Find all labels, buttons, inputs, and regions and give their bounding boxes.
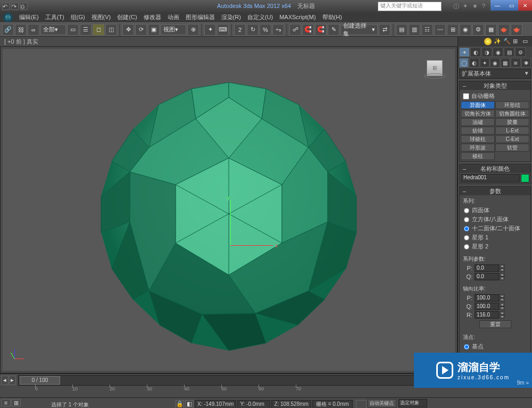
lock-icon[interactable]: 🔒 xyxy=(176,400,184,409)
time-right-icon[interactable]: ▸ xyxy=(9,376,16,385)
isolate-icon[interactable]: ◧ xyxy=(185,400,194,409)
edit-icon[interactable]: ✎ xyxy=(328,24,339,36)
coord-x[interactable]: X: -149.107mm xyxy=(195,400,236,409)
menu-modifiers[interactable]: 修改器 xyxy=(140,12,164,22)
torusknot-button[interactable]: 环形结 xyxy=(495,101,529,109)
pivot-icon[interactable]: ⊕ xyxy=(187,24,199,36)
ref-coord-select[interactable]: 视图 ▾ xyxy=(161,24,186,35)
help-search-input[interactable]: 键入关键字或短语 xyxy=(378,2,442,11)
window-maximize-button[interactable]: ▭ xyxy=(504,0,518,11)
rollout-params[interactable]: –参数 xyxy=(460,187,530,195)
hedra-button[interactable]: 异面体 xyxy=(461,101,495,109)
lext-button[interactable]: L-Ext xyxy=(495,127,529,135)
schematic-icon[interactable]: ⊞ xyxy=(447,24,459,36)
viewport[interactable]: x y 前 xyxy=(0,46,458,373)
unlink-icon[interactable]: ⛓ xyxy=(15,24,27,36)
menu-grapheditors[interactable]: 图形编辑器 xyxy=(182,12,218,22)
select-icon[interactable]: ▭ xyxy=(67,24,79,36)
display-icon[interactable]: ▭ xyxy=(522,38,530,45)
qat-icon[interactable]: ↶ xyxy=(2,3,10,10)
select-name-icon[interactable]: ☰ xyxy=(80,24,92,36)
keymode-icon[interactable]: ⌨ xyxy=(217,24,229,36)
ratio-p-spinner[interactable]: 100.0 xyxy=(475,294,499,302)
hedra-object[interactable] xyxy=(85,73,372,360)
window-close-button[interactable]: ✕ xyxy=(518,0,532,11)
auto-grid-checkbox[interactable] xyxy=(463,93,469,99)
motion-tab-icon[interactable]: ◉ xyxy=(493,47,503,57)
named-selection-select[interactable]: 创建选择集 ▾ xyxy=(340,24,378,35)
selected-objects-select[interactable]: 选定对象 xyxy=(398,399,427,407)
q-spinner[interactable]: 0.0 xyxy=(475,273,499,280)
shapes-subtab-icon[interactable]: ◐ xyxy=(469,58,479,68)
menu-create[interactable]: 创建(C) xyxy=(114,12,140,22)
snap-angle-icon[interactable]: ↻ xyxy=(247,24,259,36)
reset-button[interactable]: 重置 xyxy=(479,320,511,328)
sun-icon[interactable] xyxy=(484,38,492,45)
render-frame-icon[interactable]: ▦ xyxy=(485,24,497,36)
layers-icon[interactable]: ▥ xyxy=(409,24,420,36)
mirror-icon[interactable]: ⇄ xyxy=(379,24,390,36)
region-rect-icon[interactable]: ◻ xyxy=(93,24,104,36)
menu-group[interactable]: 组(G) xyxy=(68,12,88,22)
curve-editor-icon[interactable]: 〰 xyxy=(434,24,446,36)
gengon-button[interactable]: 球棱柱 xyxy=(461,135,495,143)
menu-tools[interactable]: 工具(T) xyxy=(42,12,68,22)
move-icon[interactable]: ✥ xyxy=(122,24,134,36)
selection-filter-select[interactable]: 全部 ▾ xyxy=(40,24,66,35)
ringwave-button[interactable]: 环形波 xyxy=(461,144,495,152)
coord-z[interactable]: Z: 108.528mm xyxy=(271,400,311,409)
hose-button[interactable]: 软管 xyxy=(495,144,529,152)
space-warps-subtab-icon[interactable]: ≋ xyxy=(511,58,520,68)
app-menu-icon[interactable]: ⓜ xyxy=(3,13,13,22)
object-name-input[interactable]: Hedra001 xyxy=(461,174,520,182)
bind-icon[interactable]: ∞ xyxy=(28,24,39,36)
viewcube[interactable]: 前 xyxy=(423,56,446,80)
menu-render[interactable]: 渲染(R) xyxy=(218,12,244,22)
window-crossing-icon[interactable]: ◫ xyxy=(105,24,117,36)
time-left-icon[interactable]: ◂ xyxy=(1,376,9,385)
spinner-snap-icon[interactable]: ÷₃ xyxy=(272,24,284,36)
menu-edit[interactable]: 编辑(E) xyxy=(16,12,42,22)
magnet2-icon[interactable]: 🧲 xyxy=(315,24,327,36)
star-icon[interactable]: ★ xyxy=(472,3,480,10)
object-color-swatch[interactable] xyxy=(521,174,529,182)
family-dodeca-radio[interactable] xyxy=(464,226,469,231)
render-icon[interactable]: 🫖 xyxy=(498,24,510,36)
settings-icon[interactable]: ⊞ xyxy=(513,38,520,45)
chamfercyl-button[interactable]: 切角圆柱体 xyxy=(495,110,529,118)
hammer-icon[interactable]: 🔨 xyxy=(503,38,511,45)
scale-icon[interactable]: ▣ xyxy=(148,24,160,36)
systems-subtab-icon[interactable]: ✱ xyxy=(521,58,531,68)
p-spinner[interactable]: 0.0 xyxy=(475,264,499,272)
qat-icon[interactable]: ⎙ xyxy=(20,3,28,10)
info-icon[interactable]: ⓘ xyxy=(453,3,461,10)
time-slider[interactable]: 0 / 100 xyxy=(18,375,456,386)
wand-icon[interactable]: ✨ xyxy=(494,38,501,45)
prism-button[interactable]: 棱柱 xyxy=(461,152,495,160)
help-icon[interactable]: ? xyxy=(482,3,489,10)
qat-icon[interactable]: ↷ xyxy=(11,3,19,10)
render-setup-icon[interactable]: ⚙ xyxy=(472,24,484,36)
family-star2-radio[interactable] xyxy=(464,244,469,249)
render-prod-icon[interactable]: 🫖 xyxy=(511,24,522,36)
vertex-base-radio[interactable] xyxy=(464,344,469,349)
helpers-subtab-icon[interactable]: ▦ xyxy=(501,58,510,68)
manip-icon[interactable]: ✦ xyxy=(204,24,216,36)
listener-icon[interactable]: ⊞ xyxy=(11,399,21,406)
family-cubeocta-radio[interactable] xyxy=(464,217,469,222)
align-icon[interactable]: ▤ xyxy=(396,24,408,36)
window-minimize-button[interactable]: — xyxy=(491,0,504,11)
time-slider-handle[interactable]: 0 / 100 xyxy=(20,376,60,385)
time-ruler[interactable]: 0 10 20 30 40 50 60 70 xyxy=(0,386,532,397)
wire-icon[interactable]: ☍ xyxy=(289,24,301,36)
geometry-subtab-icon[interactable]: ◯ xyxy=(459,58,469,68)
ratio-r-spinner[interactable]: 116.0 xyxy=(475,311,499,319)
chamferbox-button[interactable]: 切角长方体 xyxy=(461,110,495,118)
cext-button[interactable]: C-Ext xyxy=(495,135,529,143)
menu-help[interactable]: 帮助(H) xyxy=(319,12,345,22)
maxscript-icon[interactable]: ≡ xyxy=(1,399,11,406)
spindle-button[interactable]: 纺锤 xyxy=(461,127,495,135)
material-editor-icon[interactable]: ◉ xyxy=(460,24,471,36)
menu-views[interactable]: 视图(V) xyxy=(88,12,114,22)
menu-customize[interactable]: 自定义(U) xyxy=(244,12,276,22)
